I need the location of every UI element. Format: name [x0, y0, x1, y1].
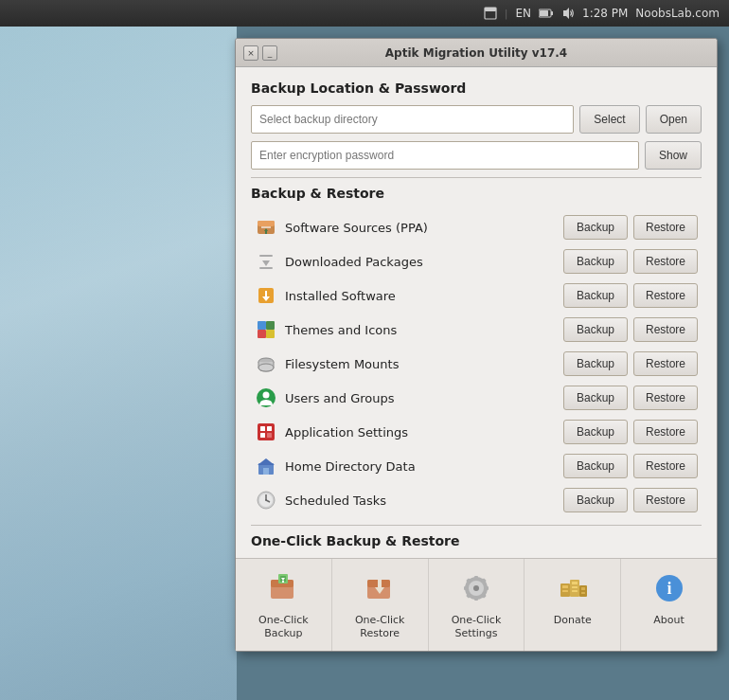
svg-rect-42	[282, 581, 284, 583]
svg-rect-27	[260, 433, 265, 438]
title-bar-buttons: × _	[243, 45, 277, 61]
table-row: Downloaded Packages Backup Restore	[251, 244, 702, 278]
taskbar-keyboard[interactable]: EN	[515, 7, 531, 20]
one-click-backup-label: One-ClickBackup	[258, 614, 309, 641]
users-backup-button[interactable]: Backup	[563, 386, 628, 410]
svg-rect-19	[266, 330, 275, 338]
scheduled-backup-button[interactable]: Backup	[563, 488, 628, 512]
svg-rect-25	[260, 426, 265, 431]
homedir-backup-button[interactable]: Backup	[563, 454, 628, 478]
svg-rect-59	[562, 585, 568, 588]
svg-rect-18	[258, 330, 266, 338]
taskbar-time: 1:28 PM	[582, 7, 628, 20]
themes-icon	[255, 318, 277, 341]
select-button[interactable]: Select	[579, 105, 639, 134]
svg-rect-62	[572, 582, 578, 584]
ppa-backup-button[interactable]: Backup	[563, 215, 628, 240]
svg-rect-60	[562, 590, 568, 592]
svg-point-36	[265, 499, 267, 501]
backup-restore-header: Backup & Restore	[251, 186, 702, 201]
table-row: Home Directory Data Backup Restore	[251, 449, 702, 483]
appsettings-restore-button[interactable]: Restore	[633, 420, 698, 444]
svg-rect-24	[258, 423, 275, 440]
homedir-buttons: Backup Restore	[563, 454, 698, 478]
title-bar: × _ Aptik Migration Utility v17.4	[236, 39, 717, 67]
filesystem-label: Filesystem Mounts	[285, 357, 556, 371]
svg-rect-26	[267, 426, 272, 431]
installed-backup-button[interactable]: Backup	[563, 283, 628, 308]
about-item[interactable]: i About	[621, 559, 717, 651]
scheduled-buttons: Backup Restore	[563, 488, 698, 512]
users-icon	[255, 386, 277, 409]
download-icon	[255, 250, 277, 273]
one-click-backup-item[interactable]: One-ClickBackup	[236, 559, 332, 651]
one-click-restore-item[interactable]: One-ClickRestore	[332, 559, 429, 651]
users-restore-button[interactable]: Restore	[633, 386, 698, 410]
donate-icon	[553, 568, 593, 608]
users-label: Users and Groups	[285, 391, 556, 405]
one-click-settings-item[interactable]: One-ClickSettings	[429, 559, 525, 651]
svg-marker-5	[563, 8, 569, 19]
taskbar: | EN 1:28 PM NoobsLab.com	[0, 0, 729, 27]
divider-1	[251, 177, 702, 178]
appsettings-backup-button[interactable]: Backup	[563, 420, 628, 444]
one-click-section: One-Click Backup & Restore	[251, 533, 702, 548]
table-row: Scheduled Tasks Backup Restore	[251, 483, 702, 517]
installed-buttons: Backup Restore	[563, 283, 698, 308]
ppa-restore-button[interactable]: Restore	[633, 215, 698, 240]
taskbar-window-icon	[484, 7, 497, 20]
one-click-settings-icon	[456, 568, 496, 608]
svg-text:i: i	[667, 579, 671, 598]
appsettings-label: Application Settings	[285, 425, 556, 440]
themes-restore-button[interactable]: Restore	[633, 317, 698, 342]
close-button[interactable]: ×	[243, 45, 258, 61]
minimize-button[interactable]: _	[262, 45, 277, 61]
table-row: Themes and Icons Backup Restore	[251, 313, 702, 347]
scheduled-restore-button[interactable]: Restore	[633, 488, 698, 512]
homedir-restore-button[interactable]: Restore	[633, 454, 698, 478]
table-row: Application Settings Backup Restore	[251, 415, 702, 449]
window-content: Backup Location & Password Select Open S…	[236, 67, 717, 548]
svg-point-49	[473, 585, 479, 591]
backup-location-header: Backup Location & Password	[251, 81, 702, 96]
appsettings-buttons: Backup Restore	[563, 420, 698, 444]
taskbar-hostname: NoobsLab.com	[635, 7, 720, 20]
homedir-icon	[255, 455, 277, 477]
one-click-header: One-Click Backup & Restore	[251, 533, 702, 548]
backup-restore-section: Backup & Restore Software Sources (PPA) …	[251, 186, 702, 517]
svg-marker-12	[262, 260, 270, 266]
encryption-password-input[interactable]	[251, 141, 639, 170]
filesystem-restore-button[interactable]: Restore	[633, 351, 698, 376]
installed-label: Installed Software	[285, 289, 556, 303]
install-icon	[255, 284, 277, 307]
downloaded-restore-button[interactable]: Restore	[633, 249, 698, 274]
divider-2	[251, 525, 702, 526]
installed-restore-button[interactable]: Restore	[633, 283, 698, 308]
filesystem-backup-button[interactable]: Backup	[563, 351, 628, 376]
open-button[interactable]: Open	[646, 105, 702, 134]
svg-rect-53	[484, 586, 489, 590]
svg-marker-30	[258, 458, 275, 465]
users-buttons: Backup Restore	[563, 386, 698, 410]
about-label: About	[653, 614, 685, 627]
password-row: Show	[251, 141, 702, 170]
svg-rect-64	[572, 590, 578, 592]
svg-rect-16	[258, 321, 266, 330]
show-password-button[interactable]: Show	[645, 141, 702, 170]
svg-rect-50	[474, 576, 478, 581]
donate-item[interactable]: Donate	[525, 559, 621, 651]
ppa-label: Software Sources (PPA)	[285, 221, 556, 235]
svg-rect-67	[581, 592, 585, 594]
svg-rect-28	[267, 433, 272, 438]
svg-rect-46	[378, 580, 382, 589]
one-click-backup-icon	[263, 568, 303, 608]
downloaded-backup-button[interactable]: Backup	[563, 249, 628, 274]
themes-backup-button[interactable]: Backup	[563, 317, 628, 342]
svg-rect-52	[464, 586, 469, 590]
scheduled-label: Scheduled Tasks	[285, 494, 556, 508]
svg-point-23	[263, 392, 270, 399]
backup-directory-input[interactable]	[251, 105, 574, 134]
filesystem-icon	[255, 352, 277, 375]
svg-rect-65	[579, 585, 587, 597]
taskbar-volume[interactable]	[561, 7, 575, 20]
